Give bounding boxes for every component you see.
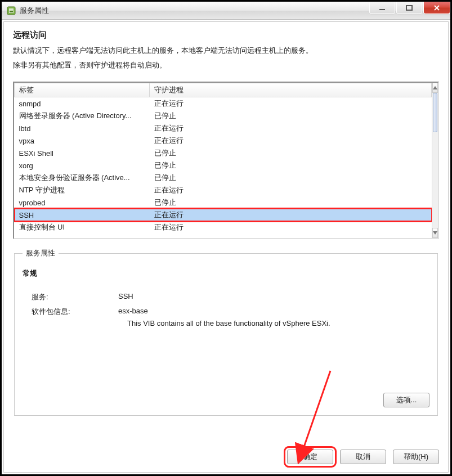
- table-row[interactable]: vpxa正在运行: [15, 134, 432, 147]
- cell-label: SSH: [15, 209, 150, 221]
- section-description-1: 默认情况下，远程客户端无法访问此主机上的服务，本地客户端无法访问远程主机上的服务…: [13, 45, 439, 56]
- cancel-button[interactable]: 取消: [340, 450, 386, 464]
- cell-daemon: 正在运行: [150, 134, 432, 147]
- minimize-button[interactable]: [369, 2, 395, 14]
- cell-label: NTP 守护进程: [15, 184, 150, 196]
- table-row[interactable]: SSH正在运行: [15, 209, 432, 221]
- column-header-daemon[interactable]: 守护进程: [150, 83, 432, 97]
- cell-daemon: 已停止: [150, 159, 432, 172]
- service-label: 服务:: [23, 292, 118, 302]
- services-table-container: 标签 守护进程 snmpd正在运行网络登录服务器 (Active Directo…: [13, 82, 439, 239]
- cell-label: 网络登录服务器 (Active Directory...: [15, 110, 150, 122]
- cell-daemon: 正在运行: [150, 97, 432, 110]
- package-label: 软件包信息:: [23, 307, 118, 317]
- cell-daemon: 已停止: [150, 196, 432, 209]
- table-row[interactable]: 本地安全身份验证服务器 (Active...已停止: [15, 172, 432, 184]
- options-button[interactable]: 选项...: [383, 393, 429, 407]
- maximize-button[interactable]: [396, 2, 422, 14]
- cell-daemon: 正在运行: [150, 209, 432, 221]
- cell-daemon: 正在运行: [150, 122, 432, 134]
- close-button[interactable]: [423, 2, 450, 14]
- ok-button[interactable]: 确定: [287, 450, 333, 464]
- cell-label: vpxa: [15, 134, 150, 147]
- help-button[interactable]: 帮助(H): [393, 450, 439, 464]
- cell-label: ESXi Shell: [15, 147, 150, 159]
- dialog-window: 服务属性 远程访问 默认情况下，远程客户端无法访问此主机上的服务，本地客户端无法…: [0, 0, 452, 476]
- cell-label: lbtd: [15, 122, 150, 134]
- cell-label: vprobed: [15, 196, 150, 209]
- package-value: esx-base: [118, 307, 429, 315]
- vertical-scrollbar[interactable]: [432, 83, 438, 238]
- app-icon: [6, 6, 16, 16]
- scroll-thumb[interactable]: [433, 93, 437, 132]
- cell-daemon: 已停止: [150, 147, 432, 159]
- properties-subheading: 常规: [23, 268, 429, 279]
- cell-label: 本地安全身份验证服务器 (Active...: [15, 172, 150, 184]
- cell-daemon: 已停止: [150, 172, 432, 184]
- scroll-down-button[interactable]: [432, 228, 438, 238]
- section-heading: 远程访问: [13, 30, 439, 41]
- service-value: SSH: [118, 292, 429, 300]
- scroll-track[interactable]: [432, 93, 438, 228]
- services-table-scroll[interactable]: 标签 守护进程 snmpd正在运行网络登录服务器 (Active Directo…: [14, 83, 432, 238]
- svg-rect-4: [406, 6, 412, 10]
- table-row[interactable]: snmpd正在运行: [15, 97, 432, 110]
- column-header-label[interactable]: 标签: [15, 83, 150, 97]
- window-title: 服务属性: [20, 6, 49, 16]
- table-row[interactable]: vprobed已停止: [15, 196, 432, 209]
- table-row[interactable]: lbtd正在运行: [15, 122, 432, 134]
- table-row[interactable]: 网络登录服务器 (Active Directory...已停止: [15, 110, 432, 122]
- cell-daemon: 已停止: [150, 110, 432, 122]
- table-row[interactable]: 直接控制台 UI正在运行: [15, 221, 432, 233]
- package-description: This VIB contains all of the base functi…: [127, 319, 429, 327]
- cell-label: 直接控制台 UI: [15, 221, 150, 233]
- section-description-2: 除非另有其他配置，否则守护进程将自动启动。: [13, 60, 439, 71]
- cell-label: snmpd: [15, 97, 150, 110]
- window-controls: [369, 2, 450, 14]
- dialog-footer: 确定 取消 帮助(H): [287, 450, 439, 464]
- titlebar[interactable]: 服务属性: [2, 2, 450, 20]
- properties-legend: 服务属性: [23, 248, 59, 258]
- table-row[interactable]: NTP 守护进程正在运行: [15, 184, 432, 196]
- dialog-body: 远程访问 默认情况下，远程客户端无法访问此主机上的服务，本地客户端无法访问远程主…: [3, 21, 449, 473]
- table-row[interactable]: xorg已停止: [15, 159, 432, 172]
- svg-rect-3: [379, 9, 385, 10]
- scroll-up-button[interactable]: [432, 83, 438, 93]
- cell-label: xorg: [15, 159, 150, 172]
- svg-rect-2: [10, 11, 13, 12]
- table-row[interactable]: ESXi Shell已停止: [15, 147, 432, 159]
- cell-daemon: 正在运行: [150, 221, 432, 233]
- cell-daemon: 正在运行: [150, 184, 432, 196]
- service-properties-group: 服务属性 常规 服务: SSH 软件包信息: esx-base This VIB…: [14, 248, 438, 416]
- services-table: 标签 守护进程 snmpd正在运行网络登录服务器 (Active Directo…: [14, 83, 432, 233]
